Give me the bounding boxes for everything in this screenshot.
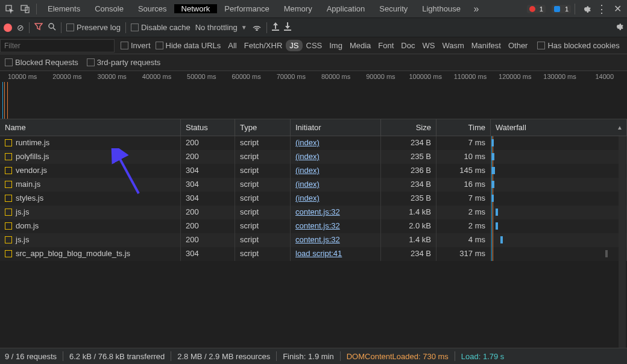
stat-finish: Finish: 1.9 min <box>283 352 334 361</box>
close-devtools-icon[interactable]: ✕ <box>610 2 625 16</box>
network-conditions-icon[interactable] <box>252 22 262 33</box>
request-size: 1.4 kB <box>381 206 436 219</box>
filter-type-other[interactable]: Other <box>505 40 532 51</box>
timeline-tick: 130000 ms <box>537 73 582 80</box>
third-party-checkbox[interactable]: 3rd-party requests <box>87 58 161 67</box>
filter-type-js[interactable]: JS <box>286 40 302 51</box>
initiator-link[interactable]: (index) <box>295 152 320 161</box>
table-row[interactable]: js.js200scriptcontent.js:321.4 kB4 ms <box>0 233 627 247</box>
svg-rect-1 <box>21 5 27 10</box>
filter-type-font[interactable]: Font <box>374 40 397 51</box>
tab-memory[interactable]: Memory <box>277 4 320 13</box>
col-name[interactable]: Name <box>0 119 181 136</box>
js-file-icon <box>5 139 12 146</box>
request-name: vendor.js <box>16 166 47 175</box>
overview-timeline[interactable]: 10000 ms20000 ms30000 ms40000 ms50000 ms… <box>0 71 627 119</box>
table-row[interactable]: js.js200scriptcontent.js:321.4 kB2 ms <box>0 206 627 219</box>
tab-application[interactable]: Application <box>320 4 373 13</box>
settings-gear-icon[interactable] <box>579 2 593 16</box>
stat-dcl: DOMContentLoaded: 730 ms <box>347 352 449 361</box>
table-row[interactable]: vendor.js304script(index)236 B145 ms <box>0 164 627 178</box>
tab-console[interactable]: Console <box>87 4 131 13</box>
tab-network[interactable]: Network <box>174 4 218 13</box>
throttling-dropdown[interactable]: No throttling▼ <box>195 23 247 32</box>
table-row[interactable]: polyfills.js200script(index)235 B10 ms <box>0 150 627 164</box>
filter-type-media[interactable]: Media <box>346 40 374 51</box>
col-time[interactable]: Time <box>436 119 491 136</box>
col-type[interactable]: Type <box>235 119 291 136</box>
filter-type-manifest[interactable]: Manifest <box>468 40 505 51</box>
request-type: script <box>235 192 291 206</box>
request-status: 200 <box>181 219 235 233</box>
more-tabs-icon[interactable]: » <box>469 2 484 16</box>
initiator-link[interactable]: (index) <box>295 180 320 189</box>
waterfall-cell <box>491 233 627 247</box>
blocked-requests-checkbox[interactable]: Blocked Requests <box>5 58 78 67</box>
tab-elements[interactable]: Elements <box>40 4 87 13</box>
tab-security[interactable]: Security <box>372 4 415 13</box>
error-count-badge[interactable]: 1 <box>527 5 546 13</box>
request-status: 200 <box>181 206 235 219</box>
col-status[interactable]: Status <box>181 119 235 136</box>
initiator-link[interactable]: content.js:32 <box>295 207 340 216</box>
import-har-icon[interactable] <box>272 22 279 33</box>
filter-type-ws[interactable]: WS <box>418 40 438 51</box>
initiator-link[interactable]: load script:41 <box>295 249 342 258</box>
stat-load: Load: 1.79 s <box>461 352 505 361</box>
filter-type-wasm[interactable]: Wasm <box>438 40 467 51</box>
device-toggle-icon[interactable] <box>18 2 33 16</box>
scrollbar[interactable] <box>619 136 626 348</box>
col-initiator[interactable]: Initiator <box>291 119 381 136</box>
filter-toggle-icon[interactable] <box>34 22 43 33</box>
waterfall-cell <box>491 219 627 233</box>
message-count-badge[interactable]: 1 <box>552 5 571 13</box>
filter-type-doc[interactable]: Doc <box>397 40 418 51</box>
request-type: script <box>235 150 291 164</box>
request-time: 2 ms <box>436 206 491 219</box>
request-type: script <box>235 206 291 219</box>
initiator-link[interactable]: (index) <box>295 138 320 147</box>
table-row[interactable]: styles.js304script(index)235 B7 ms <box>0 192 627 206</box>
preserve-log-checkbox[interactable]: Preserve log <box>66 23 121 32</box>
request-type: script <box>235 178 291 192</box>
tab-sources[interactable]: Sources <box>131 4 174 13</box>
filter-bar-2: Blocked Requests 3rd-party requests <box>0 54 627 71</box>
table-row[interactable]: runtime.js200script(index)234 B7 ms <box>0 136 627 150</box>
tab-lighthouse[interactable]: Lighthouse <box>415 4 468 13</box>
hide-data-urls-checkbox[interactable]: Hide data URLs <box>156 41 221 50</box>
record-button[interactable] <box>4 24 12 32</box>
filter-input[interactable] <box>0 39 115 52</box>
timeline-tick: 14000 <box>582 73 627 80</box>
disable-cache-checkbox[interactable]: Disable cache <box>131 23 191 32</box>
filter-type-css[interactable]: CSS <box>303 40 326 51</box>
initiator-link[interactable]: (index) <box>295 193 320 202</box>
network-settings-gear-icon[interactable] <box>614 22 623 33</box>
table-row[interactable]: main.js304script(index)234 B16 ms <box>0 178 627 192</box>
export-har-icon[interactable] <box>284 22 291 33</box>
initiator-link[interactable]: content.js:32 <box>295 221 340 230</box>
invert-checkbox[interactable]: Invert <box>121 41 151 50</box>
request-name: dom.js <box>16 221 39 230</box>
clear-button[interactable]: ⊘ <box>17 23 24 33</box>
request-size: 2.0 kB <box>381 219 436 233</box>
table-row[interactable]: dom.js200scriptcontent.js:322.0 kB2 ms <box>0 219 627 233</box>
col-size[interactable]: Size <box>381 119 436 136</box>
filter-type-all[interactable]: All <box>224 40 240 51</box>
waterfall-cell <box>491 247 627 261</box>
js-file-icon <box>5 236 12 243</box>
request-name: main.js <box>16 180 40 189</box>
blocked-cookies-checkbox[interactable]: Has blocked cookies <box>537 41 619 50</box>
tab-performance[interactable]: Performance <box>217 4 276 13</box>
filter-type-img[interactable]: Img <box>326 40 346 51</box>
inspect-icon[interactable] <box>2 2 17 16</box>
filter-type-fetchxhr[interactable]: Fetch/XHR <box>241 40 286 51</box>
col-waterfall[interactable]: Waterfall▲ <box>491 119 627 136</box>
kebab-menu-icon[interactable]: ⋮ <box>594 2 609 16</box>
initiator-link[interactable]: content.js:32 <box>295 235 340 244</box>
table-row[interactable]: src_app_blog_blog_module_ts.js304scriptl… <box>0 247 627 261</box>
search-icon[interactable] <box>48 22 56 33</box>
initiator-link[interactable]: (index) <box>295 166 320 175</box>
status-bar: 9 / 16 requests 6.2 kB / 76.8 kB transfe… <box>0 348 627 364</box>
request-time: 145 ms <box>436 164 491 178</box>
waterfall-cell <box>491 136 627 150</box>
